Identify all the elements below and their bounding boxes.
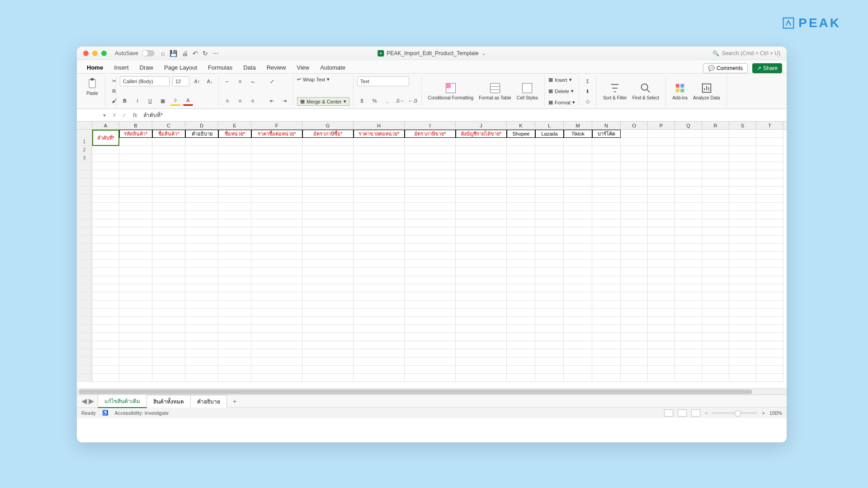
header-buy-price[interactable]: ราคาซื้อต่อหน่วย*: [251, 130, 302, 138]
print-icon[interactable]: 🖨: [182, 50, 188, 57]
paste-button[interactable]: Paste: [83, 76, 101, 97]
autosave-toggle[interactable]: [142, 50, 155, 56]
next-sheet-icon[interactable]: ▶: [89, 397, 94, 405]
format-as-table-button[interactable]: Format as Table: [476, 81, 514, 101]
col-head[interactable]: K: [507, 122, 535, 129]
header-shopee[interactable]: Shopee: [507, 130, 535, 138]
underline-button[interactable]: U: [145, 96, 155, 106]
decrease-decimal-icon[interactable]: ←.0: [408, 96, 418, 106]
clear-icon[interactable]: ◇: [583, 96, 593, 106]
table-row[interactable]: [77, 178, 787, 187]
align-bottom-icon[interactable]: ⌙: [248, 76, 258, 86]
search-field[interactable]: 🔍 Search (Cmd + Ctrl + U): [712, 50, 780, 56]
page-break-view-button[interactable]: [691, 409, 700, 417]
status-accessibility[interactable]: Accessibility: Investigate: [115, 410, 169, 416]
currency-icon[interactable]: $: [357, 96, 367, 106]
align-middle-icon[interactable]: ≡: [235, 76, 245, 86]
align-center-icon[interactable]: ≡: [235, 96, 245, 106]
table-row[interactable]: [77, 284, 787, 292]
font-size-select[interactable]: 12: [172, 76, 189, 86]
col-head[interactable]: H: [354, 122, 405, 129]
table-row[interactable]: 3: [77, 154, 787, 162]
table-row[interactable]: [77, 374, 787, 382]
col-head[interactable]: C: [152, 122, 185, 129]
col-head[interactable]: J: [456, 122, 507, 129]
table-row[interactable]: [77, 276, 787, 284]
table-row[interactable]: [77, 252, 787, 260]
align-left-icon[interactable]: ≡: [222, 96, 232, 106]
col-head[interactable]: D: [185, 122, 218, 129]
home-icon[interactable]: ⌂: [161, 50, 165, 57]
header-sale-tax[interactable]: อัตราภาษีขาย*: [405, 130, 456, 138]
header-revenue-account[interactable]: ผังบัญชีรายได้ขาย*: [456, 130, 507, 138]
col-head[interactable]: A: [92, 122, 119, 129]
tab-review[interactable]: Review: [261, 62, 292, 73]
addins-button[interactable]: Add-ins: [670, 81, 690, 101]
col-head[interactable]: O: [621, 122, 648, 129]
maximize-icon[interactable]: [101, 51, 107, 56]
table-row[interactable]: [77, 349, 787, 357]
normal-view-button[interactable]: [664, 409, 673, 417]
orientation-icon[interactable]: ⤢: [267, 76, 277, 86]
tab-home[interactable]: Home: [81, 62, 108, 73]
zoom-slider[interactable]: [712, 412, 757, 414]
accept-formula-icon[interactable]: ✓: [119, 110, 129, 120]
align-right-icon[interactable]: ≡: [248, 96, 258, 106]
namebox-dropdown-icon[interactable]: ▾: [103, 112, 106, 118]
delete-cells-button[interactable]: ▦ Delete ▾: [548, 88, 575, 94]
select-all-corner[interactable]: [77, 122, 92, 129]
table-row[interactable]: [77, 309, 787, 317]
fx-icon[interactable]: fx: [129, 112, 141, 118]
table-row[interactable]: [77, 366, 787, 374]
fill-color-button[interactable]: ◊: [170, 96, 180, 106]
wrap-text-button[interactable]: Wrap Text: [303, 77, 325, 82]
increase-font-icon[interactable]: A↑: [192, 76, 202, 86]
sheet-tab[interactable]: แก้ไขสินค้าเดิม: [98, 394, 147, 408]
more-icon[interactable]: ⋯: [212, 50, 219, 57]
sheet-tab[interactable]: สินค้าทั้งหมด: [146, 395, 191, 408]
table-row[interactable]: [77, 341, 787, 349]
table-row[interactable]: 1: [77, 138, 787, 146]
tab-insert[interactable]: Insert: [108, 62, 134, 73]
autosum-icon[interactable]: Σ: [583, 76, 593, 86]
increase-indent-icon[interactable]: ⇥: [279, 96, 289, 106]
insert-cells-button[interactable]: ▦ Insert ▾: [548, 77, 575, 83]
number-format-select[interactable]: Text: [357, 76, 409, 86]
header-product-code[interactable]: รหัสสินค้า*: [119, 130, 152, 138]
header-description[interactable]: คำอธิบาย: [185, 130, 218, 138]
header-sale-price[interactable]: ราคาขายต่อหน่วย*: [354, 130, 405, 138]
header-barcode[interactable]: บาร์โค้ด: [592, 130, 621, 138]
table-row[interactable]: [77, 357, 787, 366]
col-head[interactable]: I: [405, 122, 456, 129]
find-select-button[interactable]: Find & Select: [630, 81, 662, 101]
chevron-down-icon[interactable]: ⌄: [481, 50, 486, 56]
table-row[interactable]: [77, 170, 787, 178]
tab-automate[interactable]: Automate: [315, 62, 351, 73]
table-row[interactable]: [77, 333, 787, 341]
zoom-out-button[interactable]: −: [705, 410, 708, 416]
merge-center-button[interactable]: ▦ Merge & Center ▾: [297, 97, 349, 106]
fill-down-icon[interactable]: ⬇: [583, 86, 593, 96]
spreadsheet-grid[interactable]: A B C D E F G H I J K L M N O P Q R S T …: [77, 122, 787, 388]
align-top-icon[interactable]: ⌐: [222, 76, 232, 86]
table-row[interactable]: [77, 211, 787, 219]
tab-draw[interactable]: Draw: [134, 62, 159, 73]
percent-icon[interactable]: %: [370, 96, 380, 106]
share-button[interactable]: ↗ Share: [752, 63, 782, 73]
cancel-formula-icon[interactable]: ✕: [109, 110, 119, 120]
col-head[interactable]: S: [729, 122, 756, 129]
decrease-indent-icon[interactable]: ⇤: [267, 96, 277, 106]
col-head[interactable]: P: [648, 122, 675, 129]
tab-view[interactable]: View: [291, 62, 315, 73]
table-row[interactable]: [77, 260, 787, 268]
table-row[interactable]: [77, 219, 787, 227]
col-head[interactable]: N: [592, 122, 621, 129]
table-row[interactable]: [77, 317, 787, 325]
zoom-in-button[interactable]: +: [762, 410, 764, 416]
table-row[interactable]: [77, 187, 787, 195]
col-head[interactable]: Q: [675, 122, 702, 129]
sheet-tab[interactable]: คำอธิบาย: [190, 395, 227, 408]
col-head[interactable]: F: [251, 122, 302, 129]
header-product-name[interactable]: ชื่อสินค้า*: [152, 130, 185, 138]
comma-icon[interactable]: ,: [382, 96, 392, 106]
